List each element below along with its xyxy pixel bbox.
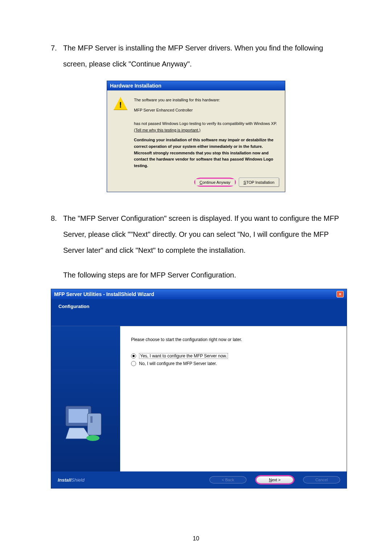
installshield-brand: InstallShield	[58, 477, 85, 483]
hw-bold-warning: Continuing your installation of this sof…	[134, 137, 278, 169]
cancel-button: Cancel	[303, 476, 340, 483]
step8-after: The following steps are for MFP Server C…	[51, 267, 341, 283]
svg-rect-3	[90, 416, 93, 423]
hw-compat-link[interactable]: (Tell me why this testing is important.)	[134, 128, 200, 132]
radio-yes[interactable]	[131, 353, 136, 358]
step8-number: 8.	[51, 210, 63, 258]
radio-no[interactable]	[131, 361, 136, 366]
radio-no-label: No, I will configure the MFP Server late…	[139, 361, 217, 366]
hw-line1: The software you are installing for this…	[134, 97, 278, 104]
stop-installation-button[interactable]: STOP Installation	[239, 178, 279, 187]
radio-yes-row[interactable]: Yes, I want to configure the MFP Server …	[131, 353, 336, 359]
svg-point-4	[86, 435, 99, 441]
svg-rect-1	[69, 409, 88, 423]
is-prompt: Please choose to start the configuration…	[131, 337, 336, 342]
close-icon[interactable]: ×	[336, 291, 344, 297]
step7-text: The MFP Server is installing the MFP Ser…	[63, 40, 341, 72]
computer-icon	[62, 399, 106, 442]
step7-number: 7.	[51, 40, 63, 72]
next-button[interactable]: Next >	[256, 476, 293, 483]
highlight-next: Next >	[255, 475, 294, 485]
dialog-title: Hardware Installation	[107, 81, 285, 90]
radio-no-row[interactable]: No, I will configure the MFP Server late…	[131, 361, 336, 366]
back-button: < Back	[209, 476, 246, 483]
is-title-text: MFP Server Utilities - InstallShield Wiz…	[54, 291, 154, 297]
continue-anyway-button[interactable]: Continue Anyway	[195, 179, 235, 186]
step8-text: The "MFP Server Configuration" screen is…	[63, 210, 341, 258]
svg-rect-2	[87, 413, 101, 435]
is-header: Configuration	[51, 299, 347, 326]
hardware-installation-dialog: Hardware Installation ! The software you…	[107, 81, 285, 192]
radio-yes-label: Yes, I want to configure the MFP Server …	[139, 353, 228, 359]
warning-icon: !	[114, 97, 127, 110]
is-sidebar	[51, 326, 120, 471]
page-number: 10	[0, 535, 392, 542]
highlight-continue-anyway: Continue Anyway	[194, 178, 236, 187]
installshield-dialog: MFP Server Utilities - InstallShield Wiz…	[51, 289, 347, 489]
hw-device-name: MFP Server Enhanced Controller	[134, 107, 278, 114]
hw-compat-text: has not passed Windows Logo testing to v…	[134, 121, 277, 126]
